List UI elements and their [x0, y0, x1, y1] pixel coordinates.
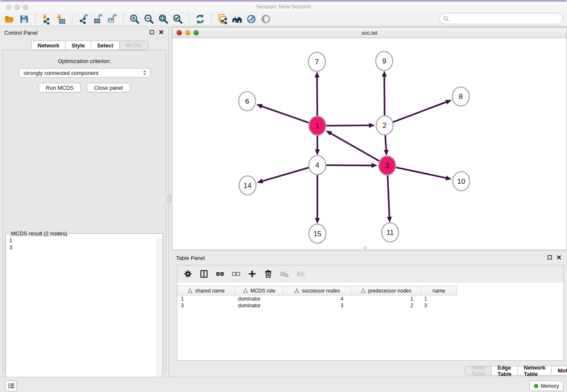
graph-edge-1-7[interactable]: [317, 77, 317, 117]
tab-select[interactable]: Select: [91, 41, 119, 50]
table-cell[interactable]: 1: [178, 295, 235, 302]
table-cell[interactable]: 3: [284, 302, 351, 309]
graph-edge-1-2[interactable]: [326, 125, 370, 126]
close-table-panel-icon[interactable]: [556, 254, 562, 260]
close-panel-button[interactable]: Close panel: [87, 83, 130, 92]
tree-icon: [187, 288, 193, 293]
graph-edge-3-11[interactable]: [388, 174, 390, 218]
deselect-all-columns-icon[interactable]: [229, 267, 243, 281]
toolbar-separator: [211, 13, 212, 25]
graph-node-label: 4: [315, 161, 319, 169]
float-panel-icon[interactable]: [149, 29, 155, 35]
tab-edge-table[interactable]: Edge Table: [492, 366, 518, 375]
run-mcds-button[interactable]: Run MCDS: [39, 83, 81, 92]
table-cell[interactable]: 2: [351, 302, 421, 309]
graph-node-label: 14: [244, 182, 252, 190]
canvas-resize-handle[interactable]: [363, 246, 367, 249]
export-network-icon[interactable]: [76, 12, 91, 26]
splitter-handle[interactable]: [168, 195, 171, 202]
table-cell[interactable]: 1: [421, 295, 457, 302]
control-panel-title: Control Panel: [4, 30, 38, 36]
graph-edge-arrowhead: [387, 217, 392, 223]
network-graph[interactable]: 1234678910111415: [172, 38, 567, 250]
graph-edge-arrowhead: [314, 72, 319, 77]
delete-column-icon[interactable]: [261, 267, 275, 281]
table-row[interactable]: 1dominator411: [178, 295, 564, 302]
graph-edge-1-6[interactable]: [261, 106, 309, 123]
zoom-out-icon[interactable]: [142, 12, 156, 26]
table-settings-icon[interactable]: [181, 267, 195, 281]
task-history-button[interactable]: [5, 381, 17, 391]
column-header-filler: [457, 286, 564, 295]
criterion-dropdown[interactable]: strongly connected component: [19, 68, 150, 77]
graph-edge-3-1[interactable]: [330, 133, 379, 161]
delete-table-icon: [277, 267, 292, 281]
search-icon: [443, 16, 449, 22]
table-toolbar: f(x): [177, 265, 563, 282]
graph-edge-2-9[interactable]: [384, 76, 385, 116]
result-scrollbar[interactable]: [157, 239, 162, 392]
birdseye-view-icon[interactable]: [259, 12, 273, 26]
add-column-icon[interactable]: [245, 267, 259, 281]
function-builder-icon: f(x): [293, 267, 308, 281]
column-header-predecessor-nodes[interactable]: predecessor nodes: [351, 286, 421, 295]
column-header-mcds-role[interactable]: MCDS role: [235, 286, 284, 295]
table-cell[interactable]: dominator: [235, 295, 284, 302]
tab-network[interactable]: Network: [31, 41, 66, 50]
column-header-shared-name[interactable]: shared name: [178, 286, 235, 295]
zoom-selected-icon[interactable]: [171, 12, 185, 26]
select-all-columns-icon[interactable]: [213, 267, 227, 281]
control-panel: Control Panel NetworkStyleSelectMCDS Opt…: [0, 26, 169, 377]
close-panel-icon[interactable]: [158, 29, 164, 35]
show-columns-icon[interactable]: [197, 267, 211, 281]
toolbar-separator: [72, 13, 72, 25]
duplicate-network-icon[interactable]: [215, 12, 230, 26]
refresh-network-icon[interactable]: [193, 12, 207, 26]
export-table-icon[interactable]: [91, 12, 105, 26]
tab-motifs[interactable]: Motifs: [552, 366, 567, 375]
graph-node-label: 3: [385, 162, 389, 170]
export-image-icon[interactable]: [105, 12, 119, 26]
column-header-successor-nodes[interactable]: successor nodes: [284, 286, 351, 295]
task-list-icon: [8, 382, 15, 389]
network-view-window: scc.txt 1234678910111415: [172, 27, 567, 250]
import-network-icon[interactable]: [39, 12, 54, 26]
import-table-icon[interactable]: [54, 12, 68, 26]
hide-graphics-details-icon[interactable]: [244, 12, 259, 26]
table-cell-filler: [457, 295, 564, 302]
table-cell[interactable]: 4: [284, 295, 351, 302]
tab-network-table[interactable]: Network Table: [518, 366, 552, 375]
table-header-row: shared nameMCDS rolesuccessor nodesprede…: [178, 286, 564, 295]
graph-edge-2-8[interactable]: [393, 102, 447, 122]
graph-edge-4-3[interactable]: [326, 165, 372, 166]
mcds-result-line: 1: [9, 237, 162, 244]
graph-edge-arrowhead: [372, 163, 377, 168]
zoom-fit-icon[interactable]: [156, 12, 171, 26]
table-cell[interactable]: dominator: [235, 302, 284, 309]
window-title: Session: New Session: [0, 3, 567, 10]
graph-node-label: 8: [459, 93, 462, 101]
network-overview-icon[interactable]: [230, 12, 244, 26]
search-input[interactable]: [449, 14, 562, 23]
table-cell[interactable]: 3: [178, 302, 235, 309]
save-session-icon[interactable]: [17, 12, 31, 26]
graph-edge-arrowhead: [369, 123, 375, 128]
graph-edge-2-3[interactable]: [385, 134, 386, 151]
zoom-in-icon[interactable]: [127, 12, 142, 26]
graph-node-label: 15: [314, 230, 322, 238]
column-header-name[interactable]: name: [421, 286, 457, 295]
table-row[interactable]: 3dominator323: [178, 302, 564, 309]
graph-edge-3-10[interactable]: [396, 167, 447, 178]
memory-button[interactable]: Memory: [529, 381, 564, 391]
open-file-icon[interactable]: [3, 12, 17, 26]
float-table-panel-icon[interactable]: [547, 254, 553, 260]
table-cell[interactable]: 3: [421, 302, 457, 309]
tab-style[interactable]: Style: [66, 41, 91, 50]
node-table-container: f(x) shared nameMCDS rolesuccessor nodes…: [177, 265, 564, 361]
graph-edge-4-14[interactable]: [262, 168, 309, 181]
table-cell[interactable]: 1: [351, 295, 421, 302]
dropdown-stepper-icon: [141, 69, 148, 76]
search-box: [439, 13, 563, 24]
network-canvas[interactable]: 1234678910111415: [172, 38, 567, 250]
graph-node-label: 6: [245, 97, 249, 105]
